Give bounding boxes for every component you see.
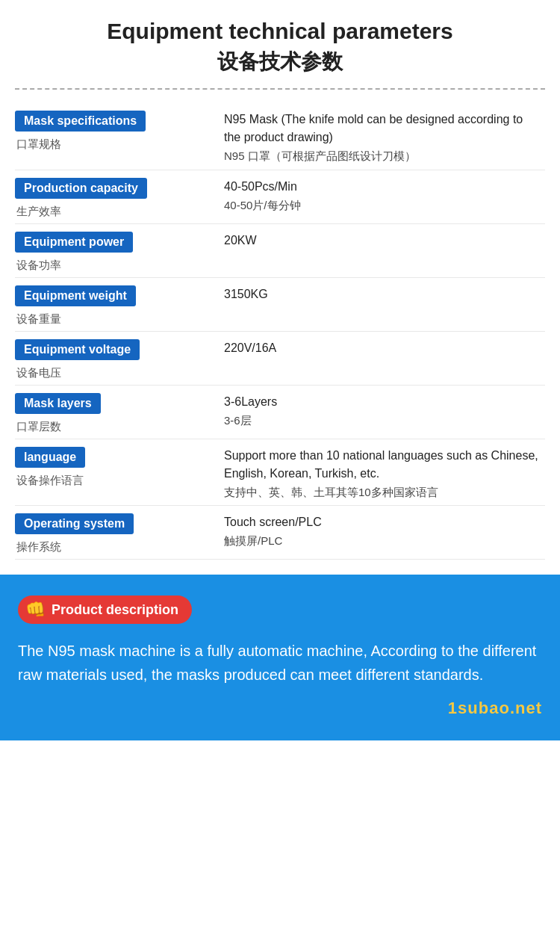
product-description-text: The N95 mask machine is a fully automati… — [18, 639, 542, 687]
table-row: Operating system操作系统Touch screen/PLC触摸屏/… — [15, 506, 545, 560]
table-row: language设备操作语言Support more than 10 natio… — [15, 439, 545, 506]
param-label-en: Mask specifications — [15, 111, 146, 132]
param-value-en: N95 Mask (The knife mold can be designed… — [224, 111, 541, 146]
param-value-en: 3150KG — [224, 285, 541, 303]
table-row: Equipment power设备功率20KW — [15, 223, 545, 277]
param-value-cell: Support more than 10 national languages … — [217, 439, 545, 506]
param-value-en: 20KW — [224, 232, 541, 250]
param-value-cell: 40-50Pcs/Min40-50片/每分钟 — [217, 170, 545, 223]
table-row: Production capacity生产效率40-50Pcs/Min40-50… — [15, 170, 545, 223]
top-section: Equipment technical parameters 设备技术参数 Ma… — [0, 0, 560, 575]
param-label-cn: 口罩规格 — [15, 137, 209, 152]
param-label-cell: Equipment power设备功率 — [15, 223, 217, 277]
param-label-cn: 设备功率 — [15, 259, 209, 273]
param-label-cn: 设备重量 — [15, 312, 209, 327]
parameters-table: Mask specifications口罩规格N95 Mask (The kni… — [15, 103, 545, 560]
param-label-en: Equipment voltage — [15, 339, 140, 360]
param-value-cn: 触摸屏/PLC — [224, 533, 541, 550]
param-label-cell: Mask specifications口罩规格 — [15, 103, 217, 170]
table-row: Equipment voltage设备电压220V/16A — [15, 331, 545, 385]
param-value-cn: N95 口罩（可根据产品图纸设计刀模） — [224, 148, 541, 165]
param-label-cn: 口罩层数 — [15, 420, 209, 434]
product-description-badge: 👊 Product description — [18, 596, 192, 624]
param-value-en: 3-6Layers — [224, 393, 541, 411]
param-label-en: Production capacity — [15, 178, 147, 199]
param-value-en: 220V/16A — [224, 339, 541, 357]
param-label-en: Equipment power — [15, 232, 133, 253]
watermark: 1subao.net — [18, 699, 542, 718]
param-value-cell: N95 Mask (The knife mold can be designed… — [217, 103, 545, 170]
param-label-cell: Equipment voltage设备电压 — [15, 331, 217, 385]
divider — [15, 88, 545, 90]
param-value-cell: Touch screen/PLC触摸屏/PLC — [217, 506, 545, 560]
table-row: Equipment weight设备重量3150KG — [15, 277, 545, 331]
param-label-en: language — [15, 447, 85, 468]
param-label-en: Equipment weight — [15, 285, 136, 306]
badge-icon: 👊 — [25, 600, 46, 619]
param-label-cn: 设备操作语言 — [15, 474, 209, 488]
page-title-en: Equipment technical parameters — [15, 18, 545, 45]
param-value-cell: 3-6Layers3-6层 — [217, 385, 545, 439]
table-row: Mask specifications口罩规格N95 Mask (The kni… — [15, 103, 545, 170]
param-value-en: 40-50Pcs/Min — [224, 178, 541, 196]
param-label-cell: Production capacity生产效率 — [15, 170, 217, 223]
param-label-cn: 设备电压 — [15, 366, 209, 380]
param-value-cn: 40-50片/每分钟 — [224, 197, 541, 214]
param-value-cell: 20KW — [217, 223, 545, 277]
page-title-cn: 设备技术参数 — [15, 48, 545, 76]
badge-label: Product description — [52, 602, 178, 618]
param-label-cell: Operating system操作系统 — [15, 506, 217, 560]
param-label-en: Operating system — [15, 513, 134, 534]
param-value-cn: 3-6层 — [224, 412, 541, 430]
param-label-en: Mask layers — [15, 393, 101, 414]
bottom-section: 👊 Product description The N95 mask machi… — [0, 575, 560, 740]
table-row: Mask layers口罩层数3-6Layers3-6层 — [15, 385, 545, 439]
param-label-cell: Mask layers口罩层数 — [15, 385, 217, 439]
param-value-cell: 220V/16A — [217, 331, 545, 385]
param-label-cn: 操作系统 — [15, 540, 209, 554]
param-value-en: Touch screen/PLC — [224, 513, 541, 531]
param-label-cell: language设备操作语言 — [15, 439, 217, 506]
param-value-cn: 支持中、英、韩、土耳其等10多种国家语言 — [224, 484, 541, 501]
param-value-en: Support more than 10 national languages … — [224, 447, 541, 483]
param-label-cell: Equipment weight设备重量 — [15, 277, 217, 331]
param-value-cell: 3150KG — [217, 277, 545, 331]
param-label-cn: 生产效率 — [15, 205, 209, 219]
